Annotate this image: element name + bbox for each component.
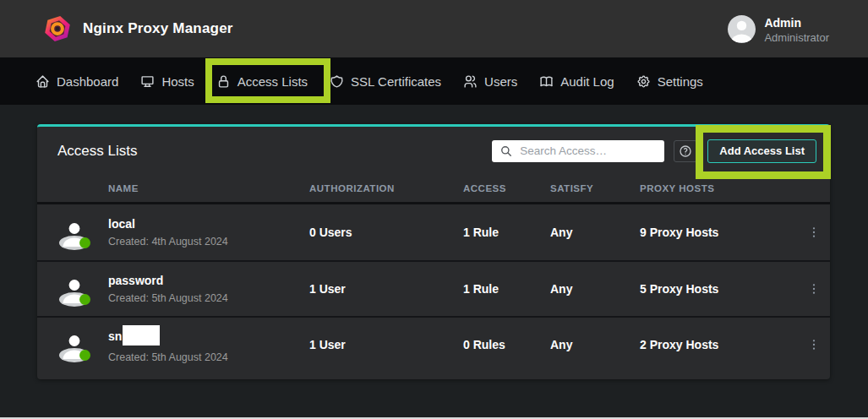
page-title: Access Lists xyxy=(57,143,137,160)
nav-item-settings[interactable]: Settings xyxy=(625,57,714,105)
panel-header: Access Lists Add Access List xyxy=(37,127,830,175)
monitor-icon xyxy=(140,74,155,89)
kebab-menu-icon xyxy=(807,338,821,351)
help-icon xyxy=(679,144,692,158)
nav-label: Hosts xyxy=(161,74,194,89)
access-value: 1 Rule xyxy=(463,226,550,239)
user-menu[interactable]: Admin Administrator xyxy=(728,15,829,43)
column-header-proxy-hosts: PROXY HOSTS xyxy=(640,183,801,193)
authorization-value: 1 User xyxy=(309,338,463,351)
nav-label: SSL Certificates xyxy=(351,74,441,89)
kebab-menu-icon xyxy=(807,282,821,296)
avatar xyxy=(59,329,90,360)
book-icon xyxy=(539,74,554,89)
nav-item-ssl-certificates[interactable]: SSL Certificates xyxy=(319,57,452,105)
access-value: 0 Rules xyxy=(463,338,550,351)
shield-icon xyxy=(330,74,344,89)
nav-label: Users xyxy=(484,74,517,89)
nav-label: Dashboard xyxy=(57,74,118,89)
satisfy-value: Any xyxy=(550,338,640,351)
user-name: Admin xyxy=(764,17,829,29)
app-logo-icon xyxy=(42,14,73,44)
kebab-menu-icon xyxy=(807,226,821,239)
status-online-dot xyxy=(79,294,90,305)
created-date: Created: 4th August 2024 xyxy=(108,236,228,248)
column-header-access: ACCESS xyxy=(463,183,550,193)
table-row[interactable]: password Created: 5th August 2024 1 User… xyxy=(37,260,830,316)
nav-label: Audit Log xyxy=(560,74,614,89)
created-date: Created: 5th August 2024 xyxy=(108,351,228,363)
table-row[interactable]: local Created: 4th August 2024 0 Users 1… xyxy=(37,204,830,260)
app-window: Nginx Proxy Manager Admin Administrator … xyxy=(0,0,868,419)
nav-item-users[interactable]: Users xyxy=(452,57,528,105)
satisfy-value: Any xyxy=(550,282,640,296)
avatar xyxy=(59,217,90,248)
nav-item-access-lists[interactable]: Access Lists xyxy=(205,57,319,105)
access-value: 1 Rule xyxy=(463,282,550,296)
status-online-dot xyxy=(79,350,90,361)
nav-item-dashboard[interactable]: Dashboard xyxy=(25,57,129,105)
search-icon xyxy=(500,145,512,157)
app-title: Nginx Proxy Manager xyxy=(83,20,233,37)
avatar xyxy=(59,274,90,304)
status-online-dot xyxy=(79,237,90,248)
row-menu-button[interactable] xyxy=(804,335,824,355)
nav-item-audit-log[interactable]: Audit Log xyxy=(528,57,625,105)
main-nav: Dashboard Hosts Access Lists SSL Certifi… xyxy=(0,57,868,105)
column-header-authorization: AUTHORIZATION xyxy=(309,183,463,193)
authorization-value: 0 Users xyxy=(309,226,463,239)
authorization-value: 1 User xyxy=(309,282,463,296)
row-menu-button[interactable] xyxy=(804,222,824,242)
access-list-name: local xyxy=(108,217,228,231)
column-header-name: NAME xyxy=(37,183,309,193)
search-box xyxy=(492,140,664,162)
access-list-name: sn xyxy=(108,327,228,347)
user-role: Administrator xyxy=(764,32,829,43)
access-lists-panel: Access Lists Add Access List NAME AUTHOR… xyxy=(37,124,830,379)
column-header-satisfy: SATISFY xyxy=(550,183,640,193)
proxy-hosts-value: 9 Proxy Hosts xyxy=(640,226,801,239)
users-icon xyxy=(463,74,478,89)
top-header: Nginx Proxy Manager Admin Administrator xyxy=(0,0,868,57)
search-input[interactable] xyxy=(520,144,658,157)
user-avatar xyxy=(728,15,756,43)
gear-icon xyxy=(636,74,651,89)
lock-icon xyxy=(216,74,231,89)
nav-label: Settings xyxy=(658,74,703,89)
table-row[interactable]: sn Created: 5th August 2024 1 User 0 Rul… xyxy=(37,316,830,372)
nav-label: Access Lists xyxy=(237,74,308,89)
proxy-hosts-value: 2 Proxy Hosts xyxy=(640,338,801,351)
add-access-list-button[interactable]: Add Access List xyxy=(707,139,816,163)
table-header: NAME AUTHORIZATION ACCESS SATISFY PROXY … xyxy=(37,175,830,204)
row-menu-button[interactable] xyxy=(804,279,824,299)
help-button[interactable] xyxy=(674,140,697,162)
redaction-box xyxy=(123,325,160,346)
home-icon xyxy=(35,74,50,89)
proxy-hosts-value: 5 Proxy Hosts xyxy=(640,282,801,296)
created-date: Created: 5th August 2024 xyxy=(108,292,228,304)
satisfy-value: Any xyxy=(550,226,640,239)
access-list-name: password xyxy=(108,274,228,288)
nav-item-hosts[interactable]: Hosts xyxy=(129,57,205,105)
